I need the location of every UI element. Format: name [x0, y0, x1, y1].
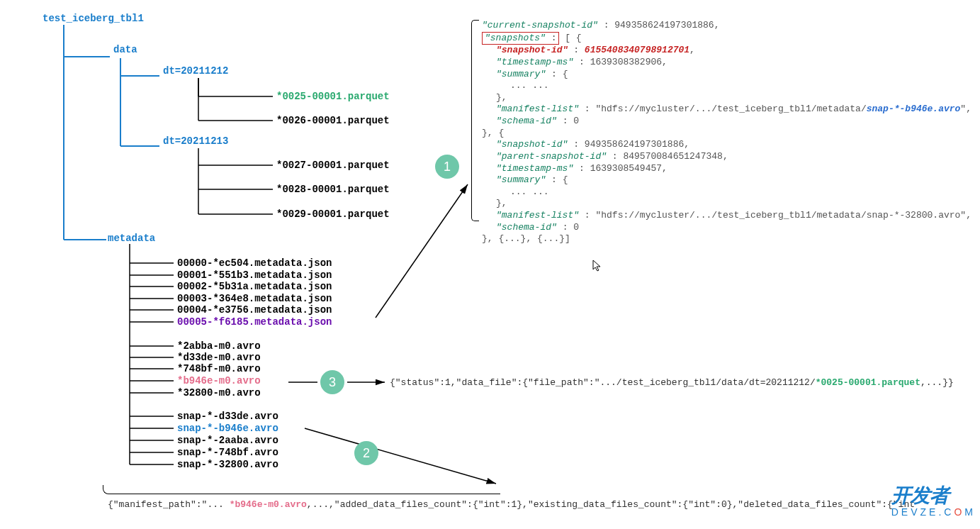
json-bracket [471, 20, 479, 221]
badge-2: 2 [354, 441, 378, 465]
tree-file: *0028-00001.parquet [276, 184, 390, 195]
tree-file: *0027-00001.parquet [276, 160, 390, 171]
svg-line-34 [376, 184, 468, 318]
tree-file: snap-*-748bf.avro [177, 447, 278, 458]
tree-file: 00000-*ec504.metadata.json [177, 257, 332, 269]
tree-dt1: dt=20211212 [163, 65, 228, 77]
cursor-icon [592, 260, 602, 275]
metadata-json: "current-snapshot-id" : 9493586241973018… [482, 20, 964, 245]
tree-file-snap-current: snap-*-b946e.avro [177, 423, 278, 434]
tree-file: *0025-00001.parquet [276, 91, 390, 102]
tree-file: *748bf-m0.avro [177, 363, 261, 374]
tree-file: 00002-*5b31a.metadata.json [177, 281, 332, 292]
tree-file: *32800-m0.avro [177, 387, 261, 399]
badge-1: 1 [435, 155, 459, 179]
tree-file: snap-*-d33de.avro [177, 411, 278, 422]
tree-root: test_iceberg_tbl1 [43, 13, 144, 24]
tree-file: *2abba-m0.avro [177, 340, 261, 352]
tree-file: *0026-00001.parquet [276, 115, 390, 126]
tree-file: snap-*-2aaba.avro [177, 435, 278, 446]
tree-data: data [113, 44, 137, 55]
tree-file-manifest: *b946e-m0.avro [177, 375, 261, 386]
tree-file: *d33de-m0.avro [177, 352, 261, 363]
tree-dt2: dt=20211213 [163, 135, 228, 147]
manifest-entry-json: {"status":1,"data_file":{"file_path":"..… [390, 377, 954, 388]
tree-file: 00004-*e3756.metadata.json [177, 304, 332, 316]
bottom-bracket [103, 485, 500, 494]
svg-line-37 [305, 428, 496, 484]
badge-3: 3 [320, 370, 344, 394]
tree-file: snap-*-32800.avro [177, 459, 278, 470]
tree-metadata: metadata [108, 233, 155, 244]
tree-file: 00003-*364e8.metadata.json [177, 293, 332, 304]
tree-file-current-meta: 00005-*f6185.metadata.json [177, 316, 332, 328]
watermark: 开发者 DEVZE.COM [891, 482, 976, 518]
tree-file: 00001-*551b3.metadata.json [177, 269, 332, 281]
manifest-list-json: {"manifest_path":"... *b946e-m0.avro,...… [108, 499, 915, 510]
tree-file: *0029-00001.parquet [276, 208, 390, 220]
